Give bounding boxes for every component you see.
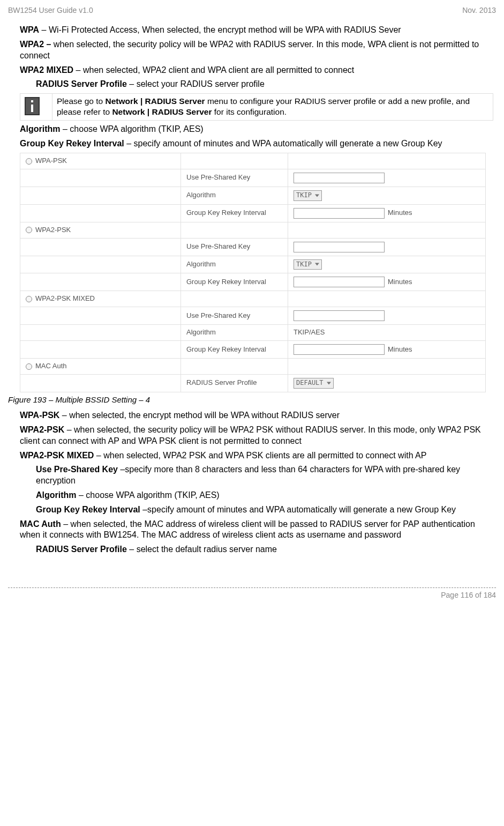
algorithm-desc: Algorithm – choose WPA algorithm (TKIP, … [20,124,493,135]
select-dropdown[interactable]: DEFAULT [294,378,334,389]
text-input[interactable] [294,310,385,321]
wpapsk-term: WPA-PSK [20,411,59,420]
groupkey2-desc: Group Key Rekey Interval –specify amount… [20,504,493,516]
text-input[interactable] [294,277,385,287]
field-value-cell [288,291,486,307]
info-b1: Network | RADIUS Server [105,96,205,106]
radio-label: WPA-PSK [35,157,67,165]
radio-icon[interactable] [26,363,32,370]
field-value-cell [288,222,486,238]
info-text-cell: Please go to Network | RADIUS Server men… [52,94,493,121]
wpa2psk-term: WPA2-PSK [20,425,64,434]
static-value: TKIP/AES [294,328,325,336]
wpa2psk-desc: WPA2-PSK – when selected, the security p… [20,425,493,447]
field-label-cell: Group Key Rekey Interval [181,204,288,222]
radius-profile-term: RADIUS Server Profile [36,79,127,88]
radio-cell: WPA2-PSK [20,222,181,238]
algorithm2-term: Algorithm [36,490,77,500]
radiusprofile2-term: RADIUS Server Profile [36,545,127,554]
wpa2pskmixed-term: WPA2-PSK MIXED [20,451,94,460]
table-row: Use Pre-Shared Key [20,307,486,325]
table-row: WPA-PSK [20,153,486,169]
algorithm-term: Algorithm [20,124,61,133]
select-dropdown[interactable]: TKIP [294,190,322,201]
wpa-term: WPA [20,25,39,34]
wpa-text: – Wi-Fi Protected Access, When selected,… [39,25,401,34]
wpa-desc: WPA – Wi-Fi Protected Access, When selec… [20,25,493,36]
radio-cell: MAC Auth [20,359,181,375]
radio-cell [20,273,181,291]
field-label-cell: Group Key Rekey Interval [181,273,288,291]
field-label-cell: Use Pre-Shared Key [181,169,288,187]
wpa2-term: WPA2 – [20,40,51,49]
groupkey2-term: Group Key Rekey Interval [36,505,140,514]
radio-cell [20,204,181,222]
radio-cell [20,256,181,273]
unit-label: Minutes [388,209,412,217]
radius-profile-desc: RADIUS Server Profile – select your RADI… [20,79,493,90]
field-value-cell [288,359,486,375]
field-value-cell [288,153,486,169]
unit-label: Minutes [388,278,412,286]
table-row: AlgorithmTKIP [20,187,486,204]
groupkey-text: – specify amount of minutes and WPA auto… [124,139,442,148]
wpa2mixed-term: WPA2 MIXED [20,65,73,75]
select-dropdown[interactable]: TKIP [294,259,322,270]
wpa2pskmixed-text: – when selected, WPA2 PSK and WPA PSK cl… [94,451,426,460]
radio-icon[interactable] [26,158,32,165]
field-label-cell: RADIUS Server Profile [181,375,288,392]
field-value-cell [288,169,486,187]
radio-icon[interactable] [26,227,32,233]
field-value-cell: DEFAULT [288,375,486,392]
radio-label: WPA2-PSK [35,226,71,234]
table-row: AlgorithmTKIP [20,256,486,273]
radio-cell [20,341,181,359]
doc-title: BW1254 User Guide v1.0 [8,5,93,15]
page-footer: Page 116 of 184 [8,587,496,600]
page-content: WPA – Wi-Fi Protected Access, When selec… [8,25,496,392]
groupkey-term: Group Key Rekey Interval [20,139,124,148]
unit-label: Minutes [388,345,412,353]
table-row: Group Key Rekey IntervalMinutes [20,204,486,222]
text-input[interactable] [294,208,385,219]
field-label-cell [181,153,288,169]
presharedkey-desc: Use Pre-Shared Key –specify more than 8 … [20,464,493,487]
radio-cell [20,325,181,341]
field-label-cell [181,222,288,238]
text-input[interactable] [294,173,385,183]
radio-cell [20,375,181,392]
field-value-cell: TKIP [288,187,486,204]
field-label-cell: Algorithm [181,325,288,341]
radio-cell [20,238,181,256]
figure-caption: Figure 193 – Multiple BSSID Setting – 4 [8,395,496,405]
radio-label: WPA2-PSK MIXED [35,294,95,302]
page-number: Page 116 of 184 [441,591,496,599]
radio-icon[interactable] [26,296,32,302]
info-box: Please go to Network | RADIUS Server men… [20,93,493,121]
radio-label: MAC Auth [35,362,67,370]
text-input[interactable] [294,344,385,355]
text-input[interactable] [294,242,385,252]
radio-cell [20,169,181,187]
info-icon-cell [20,94,52,121]
wpapsk-desc: WPA-PSK – when selected, the encrypt met… [20,410,493,421]
radius-profile-text: – select your RADIUS server profile [127,79,265,88]
table-row: Group Key Rekey IntervalMinutes [20,273,486,291]
field-label-cell [181,359,288,375]
page-content-lower: WPA-PSK – when selected, the encrypt met… [8,410,496,555]
doc-date: Nov. 2013 [462,5,496,15]
presharedkey-term: Use Pre-Shared Key [36,465,118,474]
field-value-cell: Minutes [288,341,486,359]
radio-cell: WPA2-PSK MIXED [20,291,181,307]
macauth-desc: MAC Auth – when selected, the MAC addres… [20,519,493,541]
table-row: Use Pre-Shared Key [20,169,486,187]
field-value-cell: TKIP [288,256,486,273]
field-label-cell: Use Pre-Shared Key [181,307,288,325]
table-row: WPA2-PSK MIXED [20,291,486,307]
info-pre: Please go to [57,96,105,106]
field-label-cell: Group Key Rekey Interval [181,341,288,359]
radiusprofile2-text: – select the default radius server name [127,545,277,554]
page-header: BW1254 User Guide v1.0 Nov. 2013 [8,5,496,15]
radio-cell: WPA-PSK [20,153,181,169]
field-value-cell: Minutes [288,273,486,291]
